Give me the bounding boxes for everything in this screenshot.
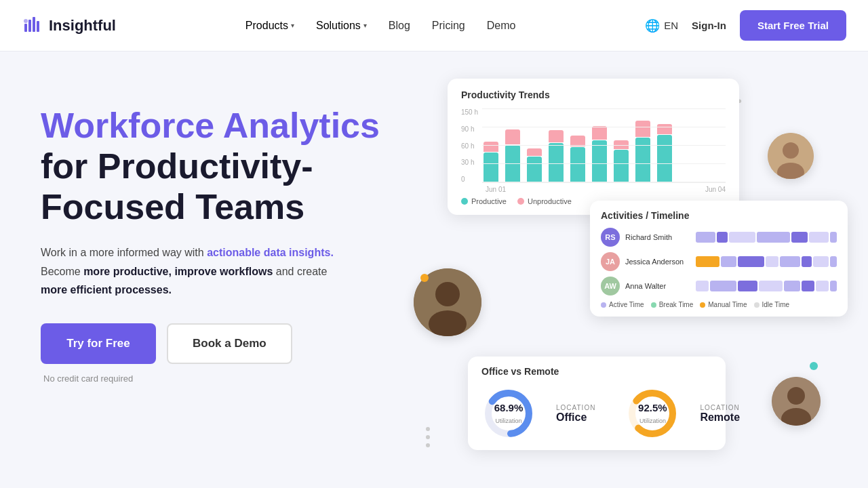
x-label-1: Jun 01 — [486, 186, 506, 193]
office-remote-card: Office vs Remote 68.9% Utilization LOCAT… — [468, 357, 726, 450]
office-info: LOCATION Office — [556, 404, 595, 424]
hero-left: Workforce Analytics for Productivity-Foc… — [41, 92, 434, 384]
svg-point-4 — [24, 19, 28, 23]
y-label-2: 90 h — [461, 125, 478, 133]
office-row: 68.9% Utilization LOCATION Office 92.5% — [481, 386, 712, 441]
globe-icon: 🌐 — [645, 18, 660, 33]
timeline-richard — [696, 232, 837, 243]
svg-rect-1 — [28, 20, 31, 32]
hero-title: Workforce Analytics for Productivity-Foc… — [41, 106, 434, 227]
x-label-2: Jun 04 — [705, 186, 726, 193]
remote-info: LOCATION Remote — [700, 404, 740, 424]
activity-row-1: RS Richard Smith — [601, 228, 837, 247]
name-anna: Anna Walter — [625, 282, 690, 290]
office-loc-name: Office — [556, 411, 595, 424]
bar-7 — [612, 140, 630, 182]
remote-sub: Utilization — [639, 418, 666, 424]
avatar-anna: AW — [601, 277, 620, 296]
activity-row-2: JA Jessica Anderson — [601, 252, 837, 271]
remote-loc-name: Remote — [700, 411, 740, 424]
no-credit-text: No credit card required — [43, 373, 434, 384]
language-selector[interactable]: 🌐 EN — [645, 18, 678, 33]
svg-rect-0 — [24, 24, 27, 32]
avatar-person-bot — [772, 377, 821, 426]
hero-subtitle: Work in a more informed way with actiona… — [41, 243, 353, 299]
office-remote-title: Office vs Remote — [481, 366, 712, 377]
activity-row-3: AW Anna Walter — [601, 277, 837, 296]
productivity-trends-card: Productivity Trends 150 h 90 h 60 h 30 h… — [448, 79, 739, 215]
bar-2 — [504, 129, 521, 182]
y-label-1: 150 h — [461, 108, 478, 116]
nav-blog[interactable]: Blog — [389, 20, 410, 32]
activities-title: Activities / Timeline — [601, 210, 837, 221]
legend-productive: Productive — [461, 197, 507, 205]
start-free-trial-button[interactable]: Start Free Trial — [740, 10, 846, 41]
orange-dot-accent — [420, 274, 429, 282]
svg-rect-2 — [33, 17, 35, 32]
productivity-card-title: Productivity Trends — [461, 89, 726, 100]
svg-point-13 — [435, 282, 460, 306]
name-jessica: Jessica Anderson — [625, 258, 690, 266]
office-loc-label: LOCATION — [556, 404, 595, 411]
chevron-down-icon: ▾ — [363, 22, 367, 29]
bar-8 — [634, 121, 652, 182]
legend-unproductive: Unproductive — [517, 197, 572, 205]
pink-dot — [517, 198, 524, 205]
timeline-jessica — [696, 256, 837, 267]
language-label: EN — [664, 20, 678, 31]
svg-point-16 — [787, 387, 805, 405]
office-sub: Utilization — [495, 418, 521, 424]
signin-link[interactable]: Sign-In — [692, 20, 726, 31]
logo-icon — [22, 13, 43, 39]
svg-rect-3 — [37, 21, 39, 32]
logo-text: Insightful — [49, 17, 116, 35]
nav-right: 🌐 EN Sign-In Start Free Trial — [645, 10, 846, 41]
bar-9 — [656, 124, 673, 182]
y-label-3: 60 h — [461, 142, 478, 150]
y-label-4: 30 h — [461, 159, 478, 166]
bar-4 — [547, 130, 565, 182]
avatar-jessica: JA — [601, 252, 620, 271]
navbar: Insightful Products ▾ Solutions ▾ Blog P… — [0, 0, 868, 52]
bar-6 — [591, 126, 608, 182]
manual-time-dot — [700, 302, 705, 308]
remote-donut: 92.5% Utilization — [625, 386, 679, 441]
active-time-dot — [601, 302, 606, 308]
avatar-richard: RS — [601, 228, 620, 247]
teal-dot — [461, 198, 468, 205]
book-a-demo-button[interactable]: Book a Demo — [167, 323, 292, 364]
teal-dot-accent — [810, 362, 818, 370]
office-pct: 68.9% — [494, 402, 524, 413]
bar-5 — [569, 136, 587, 182]
nav-solutions[interactable]: Solutions ▾ — [316, 20, 367, 32]
avatar-person-top — [768, 133, 814, 179]
nav-pricing[interactable]: Pricing — [432, 20, 465, 32]
bar-1 — [482, 142, 500, 182]
chevron-down-icon: ▾ — [291, 22, 294, 29]
timeline-anna — [696, 281, 837, 291]
left-dots — [426, 427, 430, 447]
svg-point-10 — [783, 142, 799, 159]
name-richard: Richard Smith — [625, 233, 690, 241]
office-donut: 68.9% Utilization — [481, 386, 536, 441]
remote-pct: 92.5% — [638, 402, 667, 413]
remote-loc-label: LOCATION — [700, 404, 740, 411]
try-for-free-button[interactable]: Try for Free — [41, 323, 156, 364]
nav-demo[interactable]: Demo — [487, 20, 516, 32]
idle-time-dot — [754, 302, 760, 308]
logo[interactable]: Insightful — [22, 13, 116, 39]
nav-links: Products ▾ Solutions ▾ Blog Pricing Demo — [245, 20, 516, 32]
bar-3 — [526, 148, 543, 182]
activities-legend: Active Time Break Time Manual Time Idle … — [601, 301, 837, 308]
hero-buttons: Try for Free Book a Demo — [41, 323, 434, 364]
y-label-5: 0 — [461, 176, 478, 183]
nav-products[interactable]: Products ▾ — [245, 20, 294, 32]
activities-timeline-card: Activities / Timeline RS Richard Smith — [590, 201, 848, 317]
hero-right: • • • • • Productivity Trends 150 h 90 h… — [434, 92, 827, 488]
break-time-dot — [651, 302, 656, 308]
hero-section: Workforce Analytics for Productivity-Foc… — [0, 52, 868, 488]
